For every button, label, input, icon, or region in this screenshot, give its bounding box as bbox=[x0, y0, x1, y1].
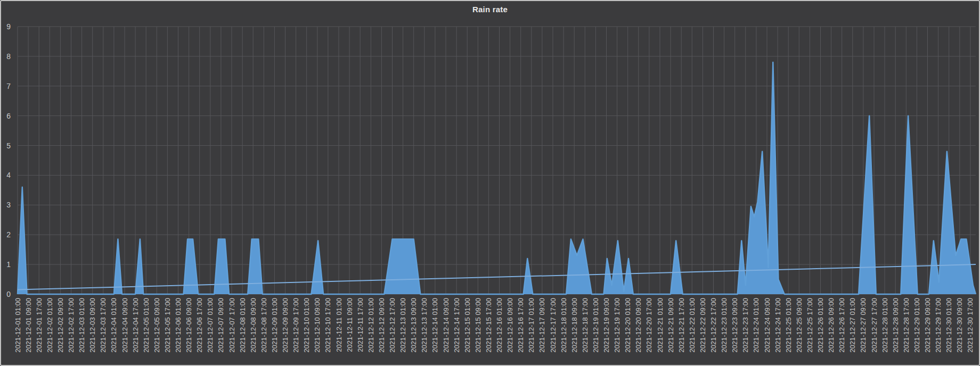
x-tick-label: 2021-12-14 01:00 bbox=[431, 298, 439, 353]
x-tick-label: 2021-12-05 01:00 bbox=[142, 298, 150, 353]
x-tick-label: 2021-12-14 17:00 bbox=[453, 298, 461, 353]
y-tick-label: 6 bbox=[6, 112, 11, 120]
x-tick-label: 2021-12-08 17:00 bbox=[260, 298, 268, 353]
x-tick-label: 2021-12-22 09:00 bbox=[699, 298, 707, 353]
x-tick-label: 2021-12-11 17:00 bbox=[356, 298, 364, 352]
x-tick-label: 2021-12-22 17:00 bbox=[709, 298, 717, 353]
y-tick-label: 3 bbox=[6, 201, 11, 209]
x-tick-label: 2021-12-18 09:00 bbox=[570, 298, 578, 353]
x-tick-label: 2021-12-19 17:00 bbox=[613, 298, 621, 353]
x-tick-label: 2021-12-03 01:00 bbox=[78, 298, 86, 353]
x-tick-label: 2021-12-23 01:00 bbox=[720, 298, 728, 353]
x-tick-label: 2021-12-01 17:00 bbox=[35, 298, 43, 353]
x-tick-label: 2021-12-22 01:00 bbox=[688, 298, 696, 353]
x-tick-label: 2021-12-27 17:00 bbox=[870, 298, 878, 353]
x-tick-label: 2021-12-08 01:00 bbox=[239, 298, 247, 353]
x-tick-label: 2021-12-26 01:00 bbox=[816, 298, 824, 353]
x-tick-label: 2021-12-04 17:00 bbox=[132, 298, 140, 353]
y-tick-label: 8 bbox=[6, 52, 11, 61]
x-tick-label: 2021-12-24 17:00 bbox=[774, 298, 782, 353]
x-tick-label: 2021-12-05 17:00 bbox=[164, 298, 172, 353]
x-tick-label: 2021-12-01 01:00 bbox=[14, 298, 22, 353]
x-tick-label: 2021-12-23 09:00 bbox=[731, 298, 739, 353]
x-tick-label: 2021-12-25 01:00 bbox=[785, 298, 793, 353]
rain-area-fill bbox=[18, 62, 976, 294]
x-axis-labels: 2021-12-01 01:002021-12-01 09:002021-12-… bbox=[14, 298, 975, 353]
x-tick-label: 2021-12-25 09:00 bbox=[795, 298, 803, 353]
x-tick-label: 2021-12-27 09:00 bbox=[859, 298, 867, 353]
x-tick-label: 2021-12-29 01:00 bbox=[913, 298, 921, 353]
x-tick-label: 2021-12-10 09:00 bbox=[313, 298, 321, 353]
x-tick-label: 2021-12-15 01:00 bbox=[463, 298, 471, 353]
rain-rate-area-series bbox=[18, 62, 976, 294]
x-tick-label: 2021-12-03 17:00 bbox=[99, 298, 107, 353]
x-tick-label: 2021-12-29 17:00 bbox=[934, 298, 942, 353]
x-tick-label: 2021-12-19 09:00 bbox=[602, 298, 610, 353]
rain-rate-chart-panel: Rain rate 01234567892021-12-01 01:002021… bbox=[0, 0, 980, 366]
y-tick-label: 7 bbox=[6, 82, 11, 90]
x-tick-label: 2021-12-20 09:00 bbox=[634, 298, 642, 353]
x-tick-label: 2021-12-20 01:00 bbox=[624, 298, 632, 353]
x-tick-label: 2021-12-05 09:00 bbox=[153, 298, 161, 353]
x-tick-label: 2021-12-09 01:00 bbox=[271, 298, 279, 353]
y-axis-labels: 0123456789 bbox=[6, 22, 11, 298]
rain-series-line bbox=[18, 62, 976, 294]
x-tick-label: 2021-12-25 17:00 bbox=[806, 298, 814, 353]
y-tick-label: 1 bbox=[6, 260, 11, 269]
x-tick-label: 2021-12-10 17:00 bbox=[324, 298, 332, 353]
x-tick-label: 2021-12-07 09:00 bbox=[217, 298, 225, 353]
x-tick-label: 2021-12-03 09:00 bbox=[88, 298, 96, 353]
x-tick-label: 2021-12-01 09:00 bbox=[24, 298, 32, 353]
x-tick-label: 2021-12-17 01:00 bbox=[527, 298, 535, 353]
x-tick-label: 2021-12-20 17:00 bbox=[645, 298, 653, 353]
x-tick-label: 2021-12-06 17:00 bbox=[195, 298, 203, 353]
x-tick-label: 2021-12-15 17:00 bbox=[485, 298, 493, 353]
x-tick-label: 2021-12-02 17:00 bbox=[67, 298, 75, 353]
x-tick-label: 2021-12-12 01:00 bbox=[367, 298, 375, 353]
x-tick-label: 2021-12-09 17:00 bbox=[292, 298, 300, 353]
x-tick-label: 2021-12-13 17:00 bbox=[420, 298, 428, 353]
x-tick-label: 2021-12-16 17:00 bbox=[517, 298, 525, 353]
x-tick-label: 2021-12-14 09:00 bbox=[442, 298, 450, 353]
x-tick-label: 2021-12-19 01:00 bbox=[592, 298, 600, 353]
x-tick-label: 2021-12-02 01:00 bbox=[46, 298, 54, 353]
trend-line bbox=[18, 264, 976, 289]
y-tick-label: 0 bbox=[6, 290, 11, 298]
x-tick-label: 2021-12-15 09:00 bbox=[474, 298, 482, 353]
x-tick-label: 2021-12-28 17:00 bbox=[902, 298, 910, 353]
x-tick-label: 2021-12-17 17:00 bbox=[549, 298, 557, 353]
x-tick-label: 2021-12-29 09:00 bbox=[924, 298, 932, 353]
x-tick-label: 2021-12-21 17:00 bbox=[677, 298, 685, 353]
x-tick-label: 2021-12-13 01:00 bbox=[399, 298, 407, 353]
x-tick-label: 2021-12-24 09:00 bbox=[763, 298, 771, 353]
x-tick-label: 2021-12-11 01:00 bbox=[335, 298, 343, 352]
x-tick-label: 2021-12-07 01:00 bbox=[206, 298, 214, 353]
x-tick-label: 2021-12-09 09:00 bbox=[281, 298, 289, 353]
x-tick-label: 2021-12-04 09:00 bbox=[121, 298, 129, 353]
x-tick-label: 2021-12-26 17:00 bbox=[838, 298, 846, 353]
y-tick-label: 9 bbox=[6, 22, 11, 31]
x-tick-label: 2021-12-30 17:00 bbox=[966, 298, 974, 353]
x-tick-label: 2021-12-06 01:00 bbox=[174, 298, 182, 353]
x-tick-label: 2021-12-07 17:00 bbox=[228, 298, 236, 353]
x-tick-label: 2021-12-04 01:00 bbox=[110, 298, 118, 353]
x-tick-label: 2021-12-02 09:00 bbox=[56, 298, 64, 353]
x-tick-label: 2021-12-28 01:00 bbox=[881, 298, 889, 353]
x-tick-label: 2021-12-12 09:00 bbox=[378, 298, 386, 353]
trend-line-series bbox=[18, 264, 976, 289]
plot-area: 01234567892021-12-01 01:002021-12-01 09:… bbox=[1, 1, 979, 365]
x-tick-label: 2021-12-13 09:00 bbox=[410, 298, 418, 353]
x-tick-label: 2021-12-17 09:00 bbox=[538, 298, 546, 353]
y-tick-label: 4 bbox=[6, 171, 11, 179]
x-tick-label: 2021-12-16 09:00 bbox=[506, 298, 514, 353]
x-tick-label: 2021-12-30 09:00 bbox=[956, 298, 963, 353]
x-tick-label: 2021-12-11 09:00 bbox=[346, 298, 354, 352]
x-tick-label: 2021-12-21 01:00 bbox=[656, 298, 664, 353]
x-tick-label: 2021-12-18 17:00 bbox=[581, 298, 589, 353]
x-tick-label: 2021-12-24 01:00 bbox=[752, 298, 760, 353]
gridlines bbox=[18, 27, 976, 294]
x-tick-label: 2021-12-06 09:00 bbox=[185, 298, 193, 353]
x-tick-label: 2021-12-18 01:00 bbox=[560, 298, 568, 353]
x-tick-label: 2021-12-27 01:00 bbox=[848, 298, 856, 353]
y-tick-label: 2 bbox=[6, 230, 11, 239]
